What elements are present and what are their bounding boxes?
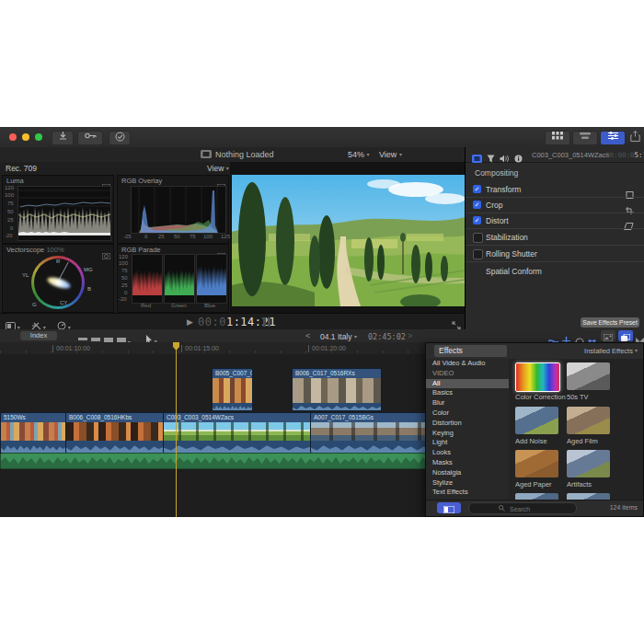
effect-label: Aged Paper	[515, 480, 552, 489]
distort-checkbox[interactable]: ✓	[473, 216, 481, 224]
category-basics[interactable]: Basics	[426, 388, 509, 398]
category-all-selected[interactable]: All	[426, 379, 509, 389]
category-masks[interactable]: Masks	[426, 458, 509, 468]
installed-effects-menu[interactable]: Installed Effects ▾	[584, 347, 638, 355]
category-nostalgia[interactable]: Nostalgia	[426, 468, 509, 478]
project-duration: 02:45:02	[368, 332, 406, 341]
category-keying[interactable]: Keying	[426, 429, 509, 439]
parade-label-red: Red	[141, 303, 151, 308]
luma-scope-title: Luma	[6, 177, 24, 185]
effects-search-field[interactable]	[468, 502, 577, 514]
previous-project-arrow[interactable]: <	[305, 331, 310, 340]
play-icon[interactable]: ▶	[187, 317, 193, 327]
scopes-view-menu[interactable]: View ▾	[207, 164, 229, 173]
effect-label: Aged Film	[567, 437, 598, 445]
effect-thumb-aged-paper[interactable]	[515, 450, 558, 477]
ruler-label-3: 00:01:20:00	[308, 345, 346, 352]
overlay-axis-125: 125	[221, 234, 230, 239]
luma-axis-75: 75	[7, 201, 14, 206]
audio-inspector-tab[interactable]	[500, 150, 509, 167]
video-frame-tuscany[interactable]	[232, 175, 465, 306]
parade-label-green: Green	[171, 303, 187, 308]
stabilization-row: Stabilization	[466, 230, 644, 245]
project-name-menu[interactable]: 04.1 Italy ▾	[320, 332, 357, 341]
effect-thumb-50s-tv[interactable]	[567, 362, 610, 390]
video-inspector-tab[interactable]	[472, 150, 482, 167]
index-button[interactable]: Index	[20, 331, 57, 340]
vectorscope-label-g: G	[32, 302, 37, 307]
effect-thumb-add-noise[interactable]	[515, 407, 558, 434]
category-looks[interactable]: Looks	[426, 448, 509, 458]
category-color[interactable]: Color	[426, 408, 509, 419]
category-light[interactable]: Light	[426, 438, 509, 448]
luma-axis-25: 25	[7, 217, 14, 223]
overlay-axis-0: 0	[144, 234, 147, 239]
transform-checkbox[interactable]: ✓	[473, 185, 481, 193]
download-arrow-icon	[59, 132, 67, 140]
primary-clip-1[interactable]: 5150Ws	[0, 412, 67, 454]
parade-axis-100: 100	[119, 260, 128, 266]
playhead[interactable]	[176, 342, 177, 517]
minimize-button[interactable]	[22, 133, 29, 141]
chevron-down-icon: ▾	[367, 152, 370, 157]
primary-clip-3-selected[interactable]: C003_C003_0514WZacs	[163, 412, 312, 454]
category-text-effects[interactable]: Text Effects	[426, 488, 509, 498]
scope-display-icon[interactable]	[102, 247, 110, 263]
zoom-button[interactable]	[35, 133, 42, 141]
stabilization-checkbox[interactable]	[473, 233, 483, 243]
info-inspector-tab[interactable]	[514, 150, 523, 167]
rolling-shutter-row: Rolling Shutter	[466, 247, 644, 261]
effect-thumb-color-correction[interactable]	[515, 362, 560, 392]
category-all-video-audio[interactable]: All Video & Audio	[426, 359, 509, 369]
viewer-pane	[230, 162, 465, 313]
vectorscope-label-yl: YL	[22, 272, 29, 278]
effect-thumb-aged-film[interactable]	[567, 407, 610, 434]
final-cut-pro-window: Nothing Loaded 54% ▾ View ▾ Rec. 709 Vie…	[0, 127, 644, 517]
effect-thumb-artifacts[interactable]	[567, 450, 610, 477]
vectorscope-label-b: B	[87, 286, 91, 292]
search-input[interactable]	[508, 503, 576, 515]
inspector-toggle-button[interactable]	[600, 131, 626, 145]
crop-checkbox[interactable]: ✓	[473, 201, 481, 209]
connected-clip-b006-c017[interactable]: B006_C017_0516RXs	[292, 368, 382, 411]
overlay-axis-50: 50	[174, 234, 180, 239]
rgb-parade-title: RGB Parade	[121, 246, 161, 254]
next-project-arrow[interactable]: >	[408, 331, 412, 340]
connected-audio-clip[interactable]	[0, 453, 437, 469]
category-stylize[interactable]: Stylize	[426, 478, 509, 489]
import-media-button[interactable]	[52, 131, 74, 145]
effects-browser-button[interactable]	[618, 330, 633, 341]
category-distortion[interactable]: Distortion	[426, 419, 509, 429]
audio-meter-left[interactable]	[263, 317, 266, 327]
vectorscope-title: Vectorscope 100%	[6, 246, 64, 254]
timeline-icon	[580, 132, 591, 140]
save-effects-preset-button[interactable]: Save Effects Preset	[581, 317, 639, 328]
viewer-view-menu[interactable]: View ▾	[379, 150, 402, 159]
connected-clip-b005[interactable]: B005_C007_05...	[212, 368, 253, 411]
effects-panel-title: Effects	[434, 345, 507, 357]
key-icon	[85, 132, 97, 140]
compositing-section-header: Compositing	[475, 168, 518, 178]
close-button[interactable]	[9, 133, 17, 141]
primary-clip-4[interactable]: A007_C017_0515BGs	[310, 412, 437, 454]
effects-inspector-tab[interactable]	[487, 150, 495, 167]
category-blur[interactable]: Blur	[426, 398, 509, 408]
rolling-shutter-checkbox[interactable]	[473, 249, 483, 259]
browser-toggle-button[interactable]	[545, 131, 570, 145]
overlay-axis-25: 25	[158, 234, 165, 239]
audio-meter-right[interactable]	[268, 317, 270, 327]
share-button[interactable]	[628, 131, 641, 144]
keywords-button[interactable]	[77, 131, 103, 145]
overlay-axis-75: 75	[190, 234, 196, 239]
primary-clip-2[interactable]: B006_C008_0516HKbs	[65, 412, 165, 454]
parade-axis-25: 25	[121, 282, 128, 288]
media-browser-button[interactable]	[601, 330, 615, 341]
timeline-toggle-button[interactable]	[572, 131, 598, 145]
viewer-zoom-menu[interactable]: 54% ▾	[348, 150, 370, 159]
check-circle-icon	[115, 132, 125, 142]
inspector-pane: C003_C003_0514WZacs 00:00:05:19 Composit…	[465, 147, 644, 329]
transport-bar: ▾ ▾ ▾ ▶ 00:01:14:21	[0, 313, 465, 331]
sidebar-toggle-button[interactable]	[437, 502, 461, 513]
background-tasks-button[interactable]	[109, 131, 131, 145]
effects-panel-footer: 124 items	[426, 500, 643, 516]
